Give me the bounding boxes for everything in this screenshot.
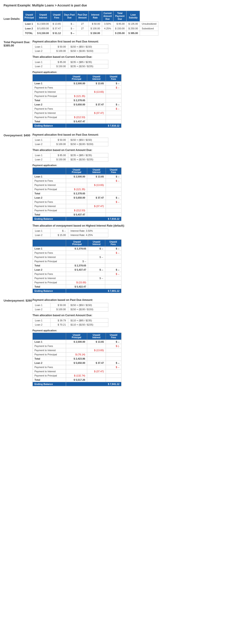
section2-then-label: Then allocation based on Current Amount … (32, 148, 228, 152)
section-overpayment: Overpayment: $400 Payment allocation fir… (4, 133, 228, 293)
section2-pay-app: Payment application: UnpaidPrincipal Unp… (32, 164, 228, 221)
section1-pay-app: Payment application: UnpaidPrincipal Unp… (32, 71, 228, 128)
col-header-days-past: Days PastDue (63, 11, 76, 22)
section3-pay-app: Payment application: UnpaidPrincipal Unp… (32, 329, 228, 386)
loan-details-section: Loan Details: UnpaidPrincipal UnpaidInte… (4, 11, 228, 36)
section2-past-due-table: Loan 1$ 50.00$150 × ($50 / $150)Loan 2$ … (32, 138, 108, 146)
col-header-loan-subsidy: LoanSubsidy (126, 11, 140, 22)
s2b-col-label (33, 240, 66, 246)
section2-pay-app-header: Payment application: (32, 164, 228, 166)
section2-overp-rate-table: Loan 1$ --Interest Rate: 3.50%Loan 2$ 15… (32, 228, 108, 237)
page-title: Payment Example: Multiple Loans > Accoun… (4, 4, 228, 7)
s1-col-fees: UnpaidFees (106, 74, 121, 82)
s2-col-label (33, 168, 66, 174)
s2b-col-fees: UnpaidFees (105, 240, 121, 246)
s3-col-interest: UnpaidInterest (87, 333, 106, 340)
s3-col-label (33, 333, 66, 340)
section1-content: Payment allocation first based on Past D… (32, 40, 228, 128)
loan-details-label: Loan Details: (4, 17, 20, 20)
section1-then-label: Then allocation based on Current Amount … (32, 55, 228, 58)
section1-alloc-title: Payment allocation first based on Past D… (32, 40, 228, 43)
col-header-total-payment: TotalPaymentDue (113, 11, 126, 22)
section3-label: Underpayment: $260 (4, 298, 32, 302)
section1-pay-app-header: Payment application: (32, 71, 228, 74)
section-total-payment: Total Payment Due: $385.00 Payment alloc… (4, 40, 228, 128)
section2-pay-app-table: UnpaidPrincipal UnpaidInterest UnpaidFee… (32, 168, 122, 221)
s3-col-fees: UnpaidFees (106, 333, 121, 340)
s3-col-principal: UnpaidPrincipal (66, 333, 87, 340)
section3-pay-app-header: Payment application: (32, 329, 228, 332)
s2-col-principal: UnpaidPrincipal (66, 168, 87, 174)
section2-overp-pay-app: UnpaidPrincipal UnpaidInterest UnpaidFee… (32, 240, 228, 293)
col-header-past-due: Past DueAmount (76, 11, 89, 22)
section3-past-due-table: Loan 1$ 50.00$150 × ($50 / $150)Loan 2$ … (32, 303, 108, 312)
section2-alloc-title: Payment allocation first based on Past D… (32, 133, 228, 136)
s1-col-interest: UnpaidInterest (87, 74, 106, 82)
section1-pay-app-table: UnpaidPrincipal UnpaidInterest UnpaidFee… (32, 74, 122, 128)
section1-past-due-table: Loan 1$ 50.00$150 × ($50 / $150)Loan 2$ … (32, 44, 108, 53)
section1-current-due-table: Loan 1$ 85.00$235 × ($85 / $235)Loan 2$ … (32, 60, 108, 68)
section3-current-due-table: Loan 1$ 39.79$110 × ($85 / $235)Loan 2$ … (32, 318, 108, 327)
s1-col-principal: UnpaidPrincipal (66, 74, 87, 82)
s2-col-interest: UnpaidInterest (87, 168, 106, 174)
s1-col-label (33, 74, 66, 82)
section2-label: Overpayment: $400 (4, 133, 32, 137)
loan-details-table: UnpaidPrincipal UnpaidInterest UnpaidFee… (23, 11, 158, 36)
section3-content: Payment allocation based on Past Due Amo… (32, 298, 228, 386)
section3-alloc-title: Payment allocation based on Past Due Amo… (32, 298, 228, 302)
section2-overp-pay-app-table: UnpaidPrincipal UnpaidInterest UnpaidFee… (32, 240, 122, 293)
section2-content: Payment allocation first based on Past D… (32, 133, 228, 293)
section1-label: Total Payment Due: $385.00 (4, 40, 32, 47)
section2-current-due-table: Loan 1$ 85.00$235 × ($85 / $235)Loan 2$ … (32, 153, 108, 162)
s2b-col-principal: UnpaidPrincipal (66, 240, 88, 246)
col-header-current-due: CurrentAmountDue (102, 11, 113, 22)
section2-overp-alloc-title: Then allocation of overpayment based on … (32, 224, 228, 227)
section3-pay-app-table: UnpaidPrincipal UnpaidInterest UnpaidFee… (32, 333, 122, 386)
col-header-unpaid-fees: UnpaidFees (51, 11, 63, 22)
s2b-col-interest: UnpaidInterest (88, 240, 105, 246)
section-underpayment: Underpayment: $260 Payment allocation ba… (4, 298, 228, 386)
section3-then-label: Then allocation based on Current Amount … (32, 314, 228, 317)
col-header-interest-rate: InterestRate (88, 11, 102, 22)
col-header-unpaid-principal: UnpaidPrincipal (23, 11, 35, 22)
s2-col-fees: UnpaidFees (106, 168, 121, 174)
col-header-unpaid-interest: UnpaidInterest (35, 11, 51, 22)
